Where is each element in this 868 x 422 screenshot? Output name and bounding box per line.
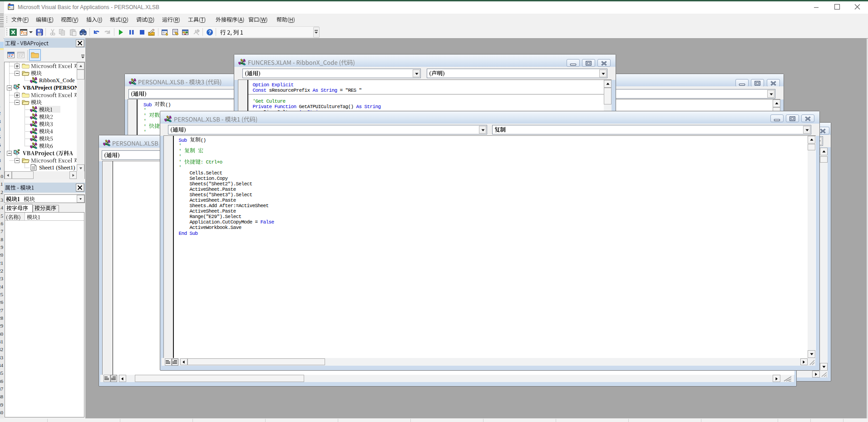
svg-text:?: ? xyxy=(208,30,212,35)
